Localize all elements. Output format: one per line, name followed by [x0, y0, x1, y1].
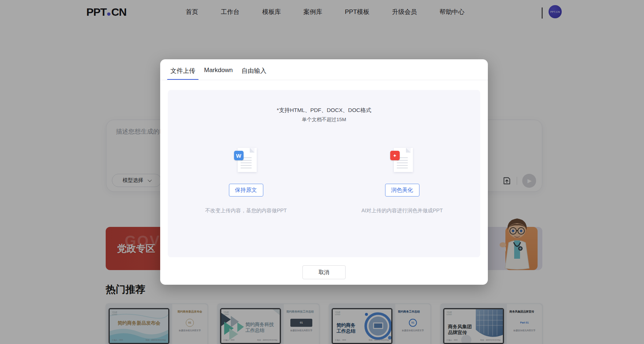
tab-markdown[interactable]: Markdown: [203, 64, 233, 80]
keep-original-option: W 保持原文 不改变上传内容，基您的内容做PPT: [168, 148, 324, 214]
keep-original-button[interactable]: 保持原文: [229, 184, 263, 197]
polish-button[interactable]: 润色美化: [385, 184, 419, 197]
magic-document-icon: ✦: [390, 148, 414, 175]
upload-panel: *支持HTML、PDF、DOCX、DOC格式 单个文档不超过15M W 保持原文…: [168, 90, 480, 257]
word-badge-icon: W: [234, 151, 244, 160]
polish-caption: AI对上传的内容进行润色并做成PPT: [361, 207, 442, 214]
magic-wand-badge-icon: ✦: [390, 151, 400, 160]
supported-formats-note: *支持HTML、PDF、DOCX、DOC格式: [168, 107, 480, 114]
upload-options: W 保持原文 不改变上传内容，基您的内容做PPT ✦ 润色美化 AI对上传的内容…: [168, 148, 480, 214]
word-document-icon: W: [234, 148, 258, 175]
upload-modal: 文件上传 Markdown 自由输入 *支持HTML、PDF、DOCX、DOC格…: [160, 59, 488, 285]
size-limit-note: 单个文档不超过15M: [168, 116, 480, 123]
tab-free-input[interactable]: 自由输入: [241, 64, 267, 80]
tab-file-upload[interactable]: 文件上传: [170, 64, 196, 80]
polish-option: ✦ 润色美化 AI对上传的内容进行润色并做成PPT: [324, 148, 480, 214]
keep-original-caption: 不改变上传内容，基您的内容做PPT: [205, 207, 287, 214]
tabbar-divider: [160, 80, 488, 80]
cancel-button[interactable]: 取消: [302, 265, 346, 279]
page: PPT CN 首页 工作台 模板库 案例库 PPT模板 升级会员 帮助中心 PP…: [0, 0, 644, 344]
modal-tabs: 文件上传 Markdown 自由输入: [170, 64, 267, 80]
